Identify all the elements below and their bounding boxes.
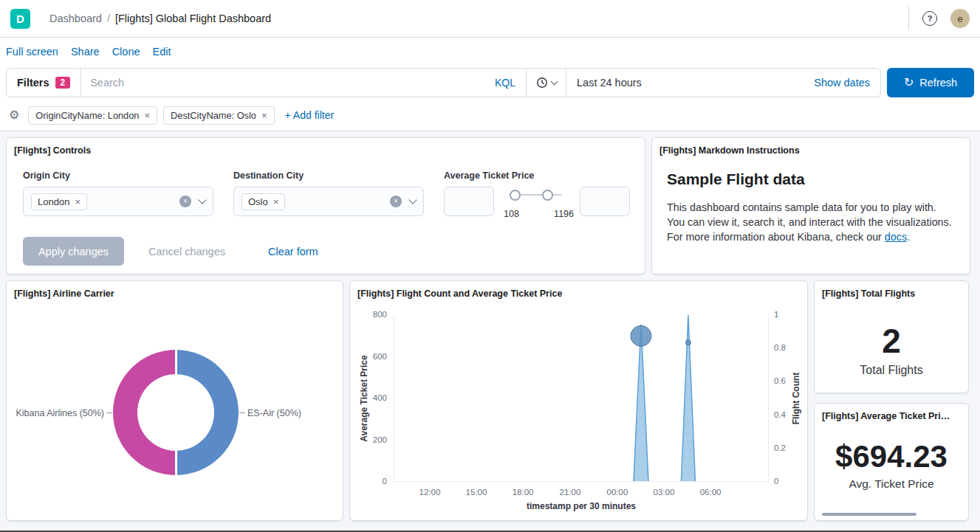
refresh-button[interactable]: ↻ Refresh bbox=[887, 68, 974, 97]
markdown-instructions-panel: [Flights] Markdown Instructions Sample F… bbox=[651, 137, 970, 274]
filters-count-badge: 2 bbox=[55, 77, 71, 89]
apply-changes-button[interactable]: Apply changes bbox=[23, 237, 124, 266]
axis-tick-label: 600 bbox=[356, 351, 387, 362]
refresh-icon: ↻ bbox=[904, 77, 914, 89]
docs-link[interactable]: docs bbox=[885, 231, 907, 243]
search-input[interactable] bbox=[81, 77, 484, 89]
filter-pill-origin[interactable]: OriginCityName: London × bbox=[28, 106, 157, 125]
destination-city-combobox[interactable]: Oslo × × bbox=[233, 187, 424, 216]
cancel-changes-button[interactable]: Cancel changes bbox=[148, 237, 225, 266]
clear-selection-icon[interactable]: × bbox=[390, 196, 402, 207]
combobox-icons: × bbox=[390, 196, 416, 207]
markdown-heading: Sample Flight data bbox=[667, 170, 805, 188]
remove-filter-icon[interactable]: × bbox=[144, 111, 150, 120]
panel-title: [Flights] Markdown Instructions bbox=[659, 145, 962, 156]
flight-chart-plot[interactable] bbox=[394, 315, 769, 482]
time-picker-button[interactable] bbox=[526, 69, 566, 97]
pie-leader-line bbox=[239, 412, 245, 413]
origin-city-combobox[interactable]: London × × bbox=[23, 187, 213, 216]
axis-tick-label: 0.6 bbox=[774, 376, 786, 387]
axis-tick-label: 0.4 bbox=[774, 410, 786, 421]
pill-label: Oslo bbox=[248, 196, 268, 207]
clear-selection-icon[interactable]: × bbox=[179, 196, 191, 207]
data-point[interactable] bbox=[631, 325, 651, 346]
panel-title: [Flights] Average Ticket Pri… bbox=[822, 411, 961, 421]
origin-city-control: Origin City London × × bbox=[23, 170, 213, 216]
axis-tick-label: 200 bbox=[356, 435, 387, 446]
chevron-down-icon[interactable] bbox=[408, 196, 417, 204]
filters-label: Filters bbox=[17, 77, 49, 89]
donut-hole bbox=[137, 374, 214, 451]
slider-handle-max[interactable] bbox=[542, 190, 553, 201]
chevron-down-icon[interactable] bbox=[198, 196, 206, 204]
panel-scrollbar[interactable] bbox=[822, 513, 916, 516]
clone-link[interactable]: Clone bbox=[112, 46, 140, 58]
avg-ticket-price-panel: [Flights] Average Ticket Pri… $694.23 Av… bbox=[814, 403, 969, 521]
axis-tick-label: 12:00 bbox=[411, 487, 448, 498]
panel-title: [Flights] Flight Count and Average Ticke… bbox=[357, 289, 800, 299]
markdown-text: . bbox=[907, 231, 910, 243]
pie-label-es-air: ES-Air (50%) bbox=[247, 408, 301, 418]
clock-icon bbox=[536, 77, 548, 89]
header-divider bbox=[908, 7, 909, 30]
price-range-slider[interactable]: 108 1196 bbox=[509, 187, 562, 219]
total-flights-label: Total Flights bbox=[815, 364, 968, 377]
kql-button[interactable]: KQL bbox=[484, 77, 526, 89]
y-axis-right-title: Flight Count bbox=[791, 373, 801, 425]
pie-label-kibana-airlines: Kibana Airlines (50%) bbox=[10, 408, 104, 418]
axis-tick-label: 03:00 bbox=[645, 487, 682, 498]
remove-option-icon[interactable]: × bbox=[273, 197, 279, 207]
full-screen-link[interactable]: Full screen bbox=[6, 46, 58, 58]
share-link[interactable]: Share bbox=[71, 46, 100, 58]
show-dates-button[interactable]: Show dates bbox=[814, 77, 870, 89]
pill-label: London bbox=[38, 196, 69, 207]
kibana-logo[interactable]: D bbox=[10, 9, 30, 29]
avg-ticket-price-label: Avg. Ticket Price bbox=[815, 477, 968, 491]
control-label: Destination City bbox=[233, 170, 424, 182]
control-label: Origin City bbox=[23, 170, 213, 182]
axis-tick-label: 18:00 bbox=[504, 487, 541, 498]
filter-settings-gear-icon[interactable]: ⚙ bbox=[9, 109, 19, 121]
airline-donut[interactable] bbox=[113, 350, 239, 475]
price-max-input[interactable] bbox=[580, 187, 630, 216]
area-series bbox=[394, 315, 769, 482]
price-range-control: Average Ticket Price 108 1196 bbox=[444, 170, 630, 219]
axis-tick-label: 0.8 bbox=[774, 342, 786, 353]
axis-tick-label: 06:00 bbox=[692, 487, 729, 498]
control-label: Average Ticket Price bbox=[444, 170, 630, 182]
filter-pill-destination[interactable]: DestCityName: Oslo × bbox=[163, 106, 275, 125]
axis-tick-label: 0.2 bbox=[774, 443, 786, 454]
price-min-input[interactable] bbox=[444, 187, 494, 216]
filters-toggle-button[interactable]: Filters 2 bbox=[7, 69, 81, 97]
dashboard-content: [Flights] Controls Origin City London × … bbox=[0, 131, 980, 531]
selected-option-pill[interactable]: London × bbox=[31, 193, 87, 210]
slider-handle-min[interactable] bbox=[510, 190, 521, 201]
clear-form-button[interactable]: Clear form bbox=[268, 237, 318, 266]
axis-tick-label: 0 bbox=[356, 476, 387, 487]
total-flights-panel: [Flights] Total Flights 2 Total Flights bbox=[814, 280, 969, 393]
remove-option-icon[interactable]: × bbox=[75, 197, 80, 207]
help-icon[interactable]: ? bbox=[922, 11, 937, 26]
filter-pill-label: OriginCityName: London bbox=[35, 110, 139, 121]
query-bar: Filters 2 KQL Last 24 hours Show dates ↻… bbox=[0, 66, 980, 100]
top-bar: D Dashboard / [Flights] Global Flight Da… bbox=[0, 0, 980, 38]
edit-link[interactable]: Edit bbox=[153, 46, 171, 58]
breadcrumb-current: [Flights] Global Flight Dashboard bbox=[115, 13, 271, 24]
chevron-down-icon bbox=[550, 78, 558, 86]
filter-pill-label: DestCityName: Oslo bbox=[171, 110, 256, 121]
flight-count-panel: [Flights] Flight Count and Average Ticke… bbox=[349, 280, 808, 521]
remove-filter-icon[interactable]: × bbox=[261, 111, 267, 120]
price-max-value: 1196 bbox=[554, 209, 574, 219]
airline-carrier-panel: [Flights] Airline Carrier Kibana Airline… bbox=[6, 280, 343, 521]
user-avatar[interactable]: e bbox=[950, 9, 970, 28]
breadcrumb: Dashboard / [Flights] Global Flight Dash… bbox=[49, 13, 271, 24]
data-point[interactable] bbox=[685, 340, 691, 345]
top-bar-right: ? e bbox=[908, 7, 970, 30]
avatar-initial: e bbox=[957, 13, 962, 24]
breadcrumb-dashboard[interactable]: Dashboard bbox=[49, 13, 102, 24]
time-range-value[interactable]: Last 24 hours bbox=[577, 77, 642, 89]
markdown-paragraph: This dashboard contains sample data for … bbox=[667, 200, 953, 244]
add-filter-button[interactable]: + Add filter bbox=[285, 109, 335, 121]
selected-option-pill[interactable]: Oslo × bbox=[241, 193, 285, 210]
destination-city-control: Destination City Oslo × × bbox=[233, 170, 424, 216]
